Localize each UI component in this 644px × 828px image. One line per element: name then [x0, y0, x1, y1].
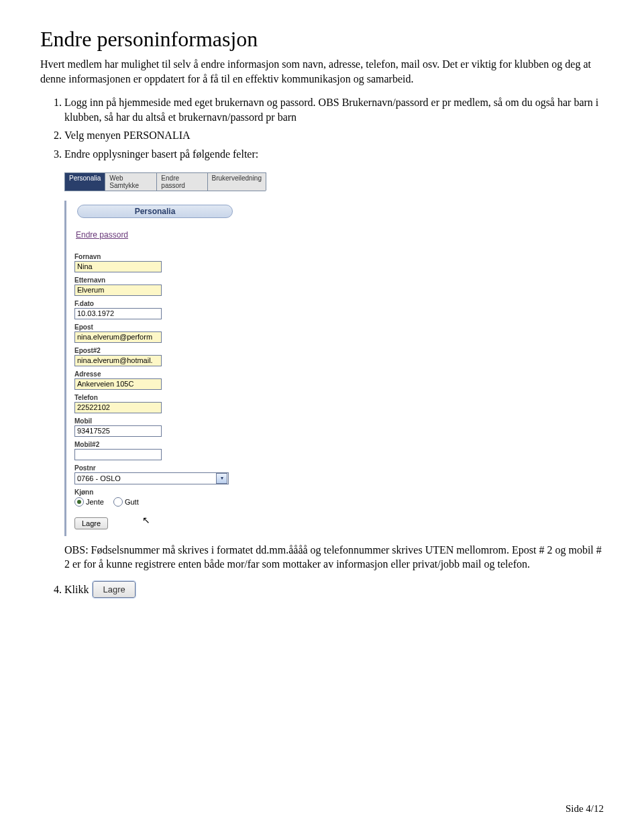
obs-note: OBS: Fødselsnummer må skrives i formatet…	[64, 543, 604, 572]
tab-personalia[interactable]: Personalia	[64, 172, 105, 191]
steps-list: Logg inn på hjemmeside med eget brukerna…	[40, 95, 604, 161]
input-fornavn[interactable]	[74, 261, 162, 272]
input-telefon[interactable]	[74, 402, 162, 413]
step-3: Endre opplysninger basert på følgende fe…	[64, 147, 604, 162]
label-fdato: F.dato	[74, 300, 266, 307]
select-postnr[interactable]: 0766 - OSLO ▾	[74, 472, 229, 484]
section-header-personalia: Personalia	[77, 205, 233, 218]
step-4-text: Klikk	[64, 582, 89, 597]
personalia-form-screenshot: Personalia Web Samtykke Endre passord Br…	[64, 172, 266, 536]
label-fornavn: Fornavn	[74, 253, 266, 260]
label-epost2: Epost#2	[74, 347, 266, 354]
radio-gutt[interactable]	[113, 497, 123, 507]
radio-jente[interactable]	[74, 497, 84, 507]
step-4: Klikk Lagre	[64, 581, 604, 599]
input-fdato[interactable]	[74, 308, 162, 319]
label-telefon: Telefon	[74, 394, 266, 401]
intro-paragraph: Hvert medlem har mulighet til selv å end…	[40, 57, 604, 86]
label-mobil2: Mobil#2	[74, 441, 266, 448]
save-button-inline[interactable]: Lagre	[93, 581, 135, 599]
label-epost: Epost	[74, 323, 266, 331]
input-adresse[interactable]	[74, 378, 162, 390]
input-epost[interactable]	[74, 331, 162, 343]
tabs-row: Personalia Web Samtykke Endre passord Br…	[64, 172, 266, 191]
label-postnr: Postnr	[74, 464, 266, 472]
endre-passord-link[interactable]: Endre passord	[76, 230, 128, 240]
label-mobil: Mobil	[74, 417, 266, 425]
tab-web-samtykke[interactable]: Web Samtykke	[105, 172, 157, 191]
radio-gutt-label: Gutt	[125, 498, 139, 506]
step-2: Velg menyen PERSONALIA	[64, 128, 604, 143]
tab-brukerveiledning[interactable]: Brukerveiledning	[207, 172, 267, 191]
radio-jente-wrap[interactable]: Jente	[74, 497, 104, 507]
input-mobil[interactable]	[74, 425, 162, 437]
chevron-down-icon[interactable]: ▾	[216, 473, 227, 484]
input-epost2[interactable]	[74, 355, 162, 366]
label-kjonn: Kjønn	[74, 488, 266, 496]
steps-list-cont: Klikk Lagre	[40, 581, 604, 599]
label-etternavn: Etternavn	[74, 276, 266, 284]
input-mobil2[interactable]	[74, 449, 162, 460]
radio-jente-label: Jente	[86, 498, 104, 506]
select-postnr-value: 0766 - OSLO	[77, 474, 121, 482]
tab-endre-passord[interactable]: Endre passord	[156, 172, 207, 191]
label-adresse: Adresse	[74, 370, 266, 378]
step-1: Logg inn på hjemmeside med eget brukerna…	[64, 95, 604, 124]
radio-gutt-wrap[interactable]: Gutt	[113, 497, 139, 507]
input-etternavn[interactable]	[74, 284, 162, 296]
cursor-icon: ↖	[142, 515, 150, 525]
save-button[interactable]: Lagre	[74, 517, 108, 529]
page-title: Endre personinformasjon	[40, 27, 604, 52]
